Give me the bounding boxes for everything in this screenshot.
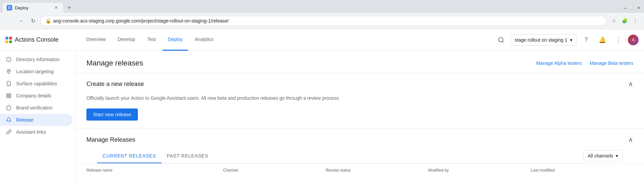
app-header: Actions Console Overview Develop Test De… — [0, 29, 644, 51]
close-window-button[interactable]: ✕ — [636, 5, 641, 10]
main-nav: Overview Develop Test Deploy Analytics — [81, 29, 494, 51]
company-icon — [5, 93, 12, 98]
sidebar-label-release: Release — [16, 117, 33, 123]
channel-selector-chevron: ▾ — [616, 153, 618, 159]
location-icon — [5, 69, 12, 74]
user-avatar[interactable]: A — [628, 35, 639, 45]
table-header: Release name Channel Review status Modif… — [76, 164, 644, 177]
sidebar-label-brand: Brand verification — [16, 105, 52, 110]
nav-item-overview[interactable]: Overview — [81, 29, 111, 51]
page-header: Manage releases Manage Alpha testers Man… — [76, 51, 644, 73]
nav-item-deploy[interactable]: Deploy — [162, 29, 188, 51]
channel-selector[interactable]: All channels ▾ — [583, 150, 623, 162]
app-body: Directory information Location targeting… — [0, 51, 644, 180]
nav-item-analytics[interactable]: Analytics — [189, 29, 219, 51]
assistant-links-icon — [5, 129, 12, 135]
google-logo — [5, 37, 12, 43]
svg-point-4 — [9, 60, 9, 60]
col-header-release-name: Release name — [86, 168, 223, 173]
search-button[interactable] — [494, 33, 508, 47]
svg-rect-8 — [7, 94, 8, 95]
brand-icon — [5, 105, 12, 110]
project-selector-chevron: ▾ — [570, 37, 572, 43]
svg-rect-10 — [7, 96, 8, 98]
app-name: Actions Console — [15, 36, 59, 43]
sidebar-item-directory-information[interactable]: Directory information — [0, 53, 73, 65]
create-release-desc: Officially launch your Action to Google … — [86, 95, 633, 102]
manage-beta-testers-link[interactable]: Manage Beta testers — [590, 60, 633, 66]
sidebar-label-surface: Surface capabilities — [16, 81, 57, 86]
create-release-section-header: Create a new release ∧ — [76, 73, 644, 95]
releases-tabs: CURRENT RELEASES PAST RELEASES — [97, 149, 583, 164]
reload-button[interactable]: ↻ — [28, 16, 38, 26]
manage-releases-section: Manage Releases ∧ CURRENT RELEASES PAST … — [76, 129, 644, 164]
address-bar: ← → ↻ 🔒 aog-console.acs-staging.corp.goo… — [0, 13, 644, 29]
sidebar-item-location-targeting[interactable]: Location targeting — [0, 65, 73, 78]
channel-selector-label: All channels — [588, 153, 613, 159]
nav-item-test[interactable]: Test — [142, 29, 161, 51]
tab-close-button[interactable]: ✕ — [53, 5, 59, 11]
sidebar-item-surface-capabilities[interactable]: Surface capabilities — [0, 78, 73, 90]
more-options-button[interactable]: ⋮ — [612, 33, 625, 47]
new-tab-button[interactable]: + — [65, 3, 74, 12]
header-actions: stage rollout on staging 1 ▾ ? 🔔 ⋮ A — [494, 33, 639, 47]
browser-chrome: D Deploy ✕ + — ⬜ ✕ ← → ↻ 🔒 aog-console.a… — [0, 0, 644, 29]
tab-favicon: D — [7, 5, 12, 10]
svg-rect-9 — [9, 94, 11, 95]
project-selector[interactable]: stage rollout on staging 1 ▾ — [510, 34, 577, 46]
extensions-button[interactable]: 🧩 — [620, 16, 629, 26]
browser-actions: ☆ 🧩 ⋮ — [609, 16, 640, 26]
notifications-button[interactable]: 🔔 — [596, 33, 609, 47]
manage-releases-header: Manage Releases ∧ — [86, 136, 633, 144]
create-release-body: Officially launch your Action to Google … — [76, 95, 644, 129]
svg-point-5 — [8, 70, 9, 71]
bookmark-button[interactable]: ☆ — [609, 16, 618, 26]
dot-yellow — [5, 40, 8, 43]
page-title: Manage releases — [86, 59, 143, 68]
tab-past-releases[interactable]: PAST RELEASES — [161, 149, 214, 163]
start-new-release-button[interactable]: Start new release — [86, 108, 138, 121]
maximize-button[interactable]: ⬜ — [629, 5, 635, 10]
sidebar-label-company: Company details — [16, 93, 51, 98]
tab-title: Deploy — [15, 5, 28, 10]
help-button[interactable]: ? — [579, 33, 593, 47]
col-header-modified-by: Modified by — [428, 168, 531, 173]
back-button[interactable]: ← — [4, 16, 13, 26]
tab-current-releases[interactable]: CURRENT RELEASES — [97, 149, 161, 163]
dot-green — [9, 40, 12, 43]
sidebar-item-company-details[interactable]: Company details — [0, 90, 73, 102]
dot-blue — [5, 37, 8, 40]
tabs-row: CURRENT RELEASES PAST RELEASES All chann… — [86, 149, 633, 164]
browser-menu-button[interactable]: ⋮ — [631, 16, 640, 26]
lock-icon: 🔒 — [45, 18, 51, 24]
url-text: aog-console.acs-staging.corp.google.com/… — [53, 18, 229, 24]
col-header-last-modified: Last modified — [531, 168, 633, 173]
sidebar-item-assistant-links[interactable]: Assistant links — [0, 126, 73, 138]
sidebar-item-release[interactable]: Release — [0, 114, 73, 126]
sidebar: Directory information Location targeting… — [0, 51, 76, 180]
manage-alpha-testers-link[interactable]: Manage Alpha testers — [536, 60, 581, 66]
create-release-section: Create a new release ∧ Officially launch… — [76, 73, 644, 129]
svg-line-1 — [502, 41, 503, 42]
sidebar-item-brand-verification[interactable]: Brand verification — [0, 102, 73, 114]
manage-releases-chevron[interactable]: ∧ — [628, 136, 633, 144]
manage-releases-title: Manage Releases — [86, 136, 135, 143]
create-release-title: Create a new release — [86, 81, 144, 88]
forward-button[interactable]: → — [16, 16, 26, 26]
surface-icon — [5, 81, 12, 86]
col-header-channel: Channel — [223, 168, 326, 173]
url-bar[interactable]: 🔒 aog-console.acs-staging.corp.google.co… — [40, 16, 606, 26]
col-header-review-status: Review status — [326, 168, 428, 173]
browser-tab[interactable]: D Deploy ✕ — [3, 3, 63, 13]
sidebar-label-assistant-links: Assistant links — [16, 129, 46, 135]
create-section-chevron[interactable]: ∧ — [628, 80, 633, 88]
sidebar-label-location: Location targeting — [16, 69, 53, 74]
main-content: Manage releases Manage Alpha testers Man… — [76, 51, 644, 180]
minimize-button[interactable]: — — [622, 5, 628, 10]
directory-icon — [5, 57, 12, 62]
release-icon — [5, 117, 12, 123]
tab-bar: D Deploy ✕ + — ⬜ ✕ — [0, 0, 644, 13]
svg-rect-11 — [9, 96, 11, 98]
project-name: stage rollout on staging 1 — [515, 37, 567, 43]
nav-item-develop[interactable]: Develop — [112, 29, 140, 51]
